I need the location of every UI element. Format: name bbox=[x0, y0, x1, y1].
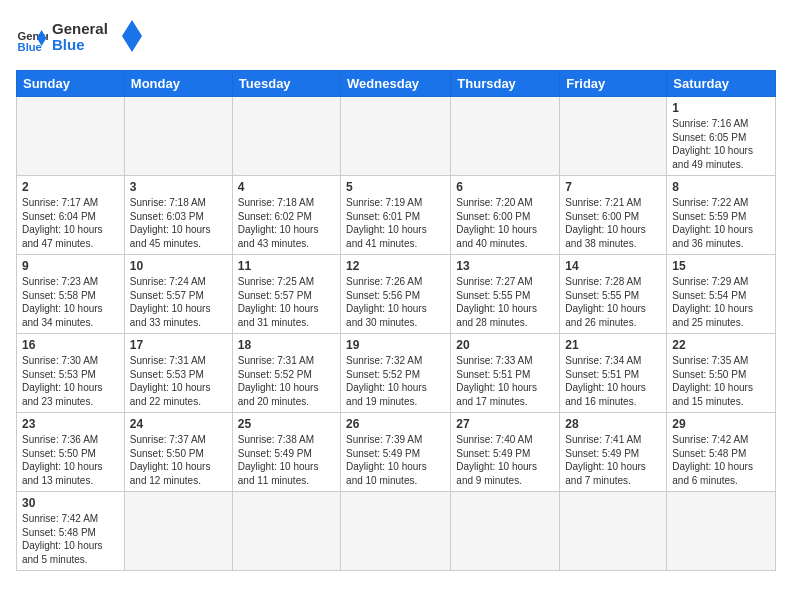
day-number: 6 bbox=[456, 180, 554, 194]
day-number: 5 bbox=[346, 180, 445, 194]
day-number: 25 bbox=[238, 417, 335, 431]
day-info: Sunrise: 7:41 AMSunset: 5:49 PMDaylight:… bbox=[565, 433, 661, 487]
calendar-week-4: 16Sunrise: 7:30 AMSunset: 5:53 PMDayligh… bbox=[17, 334, 776, 413]
calendar-cell: 5Sunrise: 7:19 AMSunset: 6:01 PMDaylight… bbox=[341, 176, 451, 255]
day-info: Sunrise: 7:28 AMSunset: 5:55 PMDaylight:… bbox=[565, 275, 661, 329]
day-number: 17 bbox=[130, 338, 227, 352]
day-info: Sunrise: 7:38 AMSunset: 5:49 PMDaylight:… bbox=[238, 433, 335, 487]
day-number: 20 bbox=[456, 338, 554, 352]
calendar-week-3: 9Sunrise: 7:23 AMSunset: 5:58 PMDaylight… bbox=[17, 255, 776, 334]
day-number: 1 bbox=[672, 101, 770, 115]
day-number: 28 bbox=[565, 417, 661, 431]
day-number: 19 bbox=[346, 338, 445, 352]
day-number: 14 bbox=[565, 259, 661, 273]
calendar-cell: 15Sunrise: 7:29 AMSunset: 5:54 PMDayligh… bbox=[667, 255, 776, 334]
day-info: Sunrise: 7:21 AMSunset: 6:00 PMDaylight:… bbox=[565, 196, 661, 250]
day-number: 26 bbox=[346, 417, 445, 431]
calendar-cell: 21Sunrise: 7:34 AMSunset: 5:51 PMDayligh… bbox=[560, 334, 667, 413]
weekday-header-row: SundayMondayTuesdayWednesdayThursdayFrid… bbox=[17, 71, 776, 97]
day-info: Sunrise: 7:31 AMSunset: 5:52 PMDaylight:… bbox=[238, 354, 335, 408]
day-info: Sunrise: 7:25 AMSunset: 5:57 PMDaylight:… bbox=[238, 275, 335, 329]
calendar-cell bbox=[451, 97, 560, 176]
calendar-cell: 3Sunrise: 7:18 AMSunset: 6:03 PMDaylight… bbox=[124, 176, 232, 255]
day-info: Sunrise: 7:18 AMSunset: 6:03 PMDaylight:… bbox=[130, 196, 227, 250]
day-number: 29 bbox=[672, 417, 770, 431]
calendar-cell bbox=[341, 492, 451, 571]
calendar-cell: 7Sunrise: 7:21 AMSunset: 6:00 PMDaylight… bbox=[560, 176, 667, 255]
day-number: 18 bbox=[238, 338, 335, 352]
day-info: Sunrise: 7:18 AMSunset: 6:02 PMDaylight:… bbox=[238, 196, 335, 250]
calendar-cell: 27Sunrise: 7:40 AMSunset: 5:49 PMDayligh… bbox=[451, 413, 560, 492]
day-info: Sunrise: 7:17 AMSunset: 6:04 PMDaylight:… bbox=[22, 196, 119, 250]
day-info: Sunrise: 7:35 AMSunset: 5:50 PMDaylight:… bbox=[672, 354, 770, 408]
calendar-cell: 20Sunrise: 7:33 AMSunset: 5:51 PMDayligh… bbox=[451, 334, 560, 413]
calendar-cell: 23Sunrise: 7:36 AMSunset: 5:50 PMDayligh… bbox=[17, 413, 125, 492]
calendar-cell bbox=[560, 492, 667, 571]
day-number: 9 bbox=[22, 259, 119, 273]
calendar-cell: 10Sunrise: 7:24 AMSunset: 5:57 PMDayligh… bbox=[124, 255, 232, 334]
calendar-week-1: 1Sunrise: 7:16 AMSunset: 6:05 PMDaylight… bbox=[17, 97, 776, 176]
day-info: Sunrise: 7:26 AMSunset: 5:56 PMDaylight:… bbox=[346, 275, 445, 329]
day-number: 4 bbox=[238, 180, 335, 194]
day-info: Sunrise: 7:27 AMSunset: 5:55 PMDaylight:… bbox=[456, 275, 554, 329]
calendar-cell: 25Sunrise: 7:38 AMSunset: 5:49 PMDayligh… bbox=[232, 413, 340, 492]
svg-text:Blue: Blue bbox=[18, 41, 42, 53]
calendar-cell: 8Sunrise: 7:22 AMSunset: 5:59 PMDaylight… bbox=[667, 176, 776, 255]
day-number: 12 bbox=[346, 259, 445, 273]
calendar-cell: 22Sunrise: 7:35 AMSunset: 5:50 PMDayligh… bbox=[667, 334, 776, 413]
logo-svg: General Blue bbox=[52, 16, 142, 56]
day-number: 2 bbox=[22, 180, 119, 194]
day-number: 23 bbox=[22, 417, 119, 431]
calendar-cell: 30Sunrise: 7:42 AMSunset: 5:48 PMDayligh… bbox=[17, 492, 125, 571]
weekday-header-friday: Friday bbox=[560, 71, 667, 97]
calendar-week-6: 30Sunrise: 7:42 AMSunset: 5:48 PMDayligh… bbox=[17, 492, 776, 571]
calendar-cell bbox=[124, 97, 232, 176]
calendar-cell: 26Sunrise: 7:39 AMSunset: 5:49 PMDayligh… bbox=[341, 413, 451, 492]
calendar-cell: 11Sunrise: 7:25 AMSunset: 5:57 PMDayligh… bbox=[232, 255, 340, 334]
day-number: 30 bbox=[22, 496, 119, 510]
day-info: Sunrise: 7:24 AMSunset: 5:57 PMDaylight:… bbox=[130, 275, 227, 329]
calendar-cell: 28Sunrise: 7:41 AMSunset: 5:49 PMDayligh… bbox=[560, 413, 667, 492]
day-number: 13 bbox=[456, 259, 554, 273]
calendar-cell: 1Sunrise: 7:16 AMSunset: 6:05 PMDaylight… bbox=[667, 97, 776, 176]
day-number: 10 bbox=[130, 259, 227, 273]
weekday-header-wednesday: Wednesday bbox=[341, 71, 451, 97]
day-number: 24 bbox=[130, 417, 227, 431]
weekday-header-sunday: Sunday bbox=[17, 71, 125, 97]
day-info: Sunrise: 7:39 AMSunset: 5:49 PMDaylight:… bbox=[346, 433, 445, 487]
calendar-cell: 2Sunrise: 7:17 AMSunset: 6:04 PMDaylight… bbox=[17, 176, 125, 255]
calendar-cell bbox=[232, 492, 340, 571]
day-info: Sunrise: 7:37 AMSunset: 5:50 PMDaylight:… bbox=[130, 433, 227, 487]
day-info: Sunrise: 7:29 AMSunset: 5:54 PMDaylight:… bbox=[672, 275, 770, 329]
day-number: 7 bbox=[565, 180, 661, 194]
weekday-header-monday: Monday bbox=[124, 71, 232, 97]
day-info: Sunrise: 7:36 AMSunset: 5:50 PMDaylight:… bbox=[22, 433, 119, 487]
calendar-cell bbox=[560, 97, 667, 176]
day-info: Sunrise: 7:42 AMSunset: 5:48 PMDaylight:… bbox=[672, 433, 770, 487]
day-info: Sunrise: 7:40 AMSunset: 5:49 PMDaylight:… bbox=[456, 433, 554, 487]
calendar-cell: 18Sunrise: 7:31 AMSunset: 5:52 PMDayligh… bbox=[232, 334, 340, 413]
calendar-cell: 9Sunrise: 7:23 AMSunset: 5:58 PMDaylight… bbox=[17, 255, 125, 334]
calendar-cell: 24Sunrise: 7:37 AMSunset: 5:50 PMDayligh… bbox=[124, 413, 232, 492]
day-number: 27 bbox=[456, 417, 554, 431]
day-info: Sunrise: 7:22 AMSunset: 5:59 PMDaylight:… bbox=[672, 196, 770, 250]
svg-text:General: General bbox=[52, 20, 108, 37]
svg-text:Blue: Blue bbox=[52, 36, 85, 53]
day-info: Sunrise: 7:30 AMSunset: 5:53 PMDaylight:… bbox=[22, 354, 119, 408]
day-number: 21 bbox=[565, 338, 661, 352]
day-info: Sunrise: 7:33 AMSunset: 5:51 PMDaylight:… bbox=[456, 354, 554, 408]
calendar-cell bbox=[451, 492, 560, 571]
day-info: Sunrise: 7:42 AMSunset: 5:48 PMDaylight:… bbox=[22, 512, 119, 566]
calendar-cell bbox=[17, 97, 125, 176]
calendar-week-5: 23Sunrise: 7:36 AMSunset: 5:50 PMDayligh… bbox=[17, 413, 776, 492]
calendar-cell bbox=[341, 97, 451, 176]
calendar-cell bbox=[232, 97, 340, 176]
weekday-header-thursday: Thursday bbox=[451, 71, 560, 97]
logo: General Blue General Blue bbox=[16, 16, 142, 60]
weekday-header-tuesday: Tuesday bbox=[232, 71, 340, 97]
day-info: Sunrise: 7:23 AMSunset: 5:58 PMDaylight:… bbox=[22, 275, 119, 329]
calendar-cell: 14Sunrise: 7:28 AMSunset: 5:55 PMDayligh… bbox=[560, 255, 667, 334]
calendar-week-2: 2Sunrise: 7:17 AMSunset: 6:04 PMDaylight… bbox=[17, 176, 776, 255]
calendar-cell bbox=[667, 492, 776, 571]
day-number: 22 bbox=[672, 338, 770, 352]
